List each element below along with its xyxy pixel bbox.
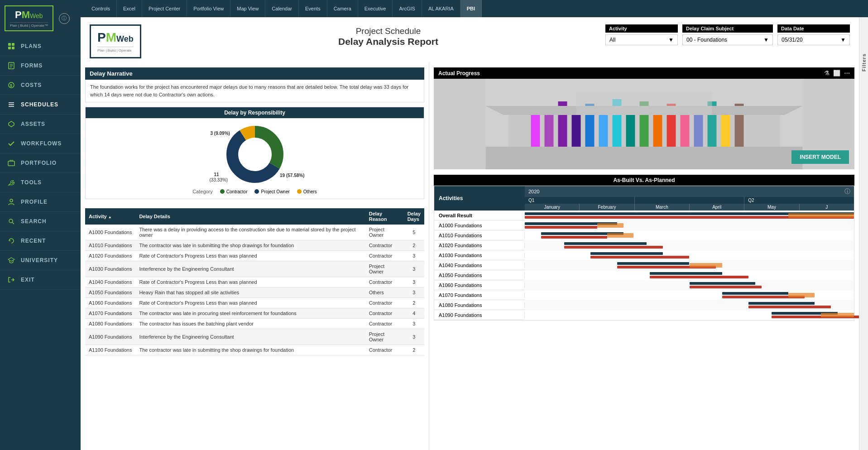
cell-days: 4 <box>404 308 424 319</box>
sidebar-item-tools[interactable]: TOOLS <box>0 173 81 192</box>
cell-details: Rate of Contractor's Progress Less than … <box>135 251 365 261</box>
topnav-arcgis[interactable]: ArcGIS <box>393 0 422 17</box>
gantt-header-row: Activities 2020 ⓘ Q1 <box>434 186 854 211</box>
cell-details: Rate of Contractor's Progress Less than … <box>135 298 365 308</box>
delay-bar <box>788 293 815 297</box>
cell-details: Heavy Rain that has stopped all site act… <box>135 287 365 298</box>
report-filters: Activity All ▼ Delay Claim Subject 00 - … <box>605 24 850 45</box>
actual-progress-section: Actual Progress ⚗ ⬜ ⋯ <box>434 67 854 169</box>
sidebar-item-university[interactable]: UNIVERSITY <box>0 251 81 270</box>
sidebar-item-search[interactable]: SEARCH <box>0 212 81 231</box>
topnav-camera[interactable]: Camera <box>327 0 358 17</box>
topnav-excel[interactable]: Excel <box>117 0 142 17</box>
filter-icon[interactable]: ⚗ <box>824 70 830 77</box>
gantt-timeline: 2020 ⓘ Q1 Q2 January <box>525 186 854 211</box>
cell-days: 5 <box>404 225 424 240</box>
table-row: A1060 Foundations Rate of Contractor's P… <box>85 298 424 308</box>
svg-rect-14 <box>8 161 14 166</box>
chevron-down-icon: ▼ <box>668 37 674 43</box>
insert-model-button[interactable]: INSERT MODEL <box>791 150 849 164</box>
delay-bar <box>821 313 854 317</box>
delay-narrative-section: Delay Narrative The foundation works for… <box>85 67 424 102</box>
right-panel: Actual Progress ⚗ ⬜ ⋯ <box>429 63 859 450</box>
actual-progress-header: Actual Progress ⚗ ⬜ ⋯ <box>434 67 854 79</box>
more-icon[interactable]: ⋯ <box>844 70 850 77</box>
sidebar-item-recent[interactable]: RECENT <box>0 231 81 251</box>
sidebar-item-exit[interactable]: EXIT <box>0 270 81 290</box>
table-row: A1000 Foundations There was a delay in p… <box>85 225 424 240</box>
cell-reason: Contractor <box>365 251 404 261</box>
gantt-row: A1010 Foundations <box>434 230 854 240</box>
expand-icon[interactable]: ⬜ <box>833 70 840 77</box>
topnav-map-view[interactable]: Map View <box>230 0 265 17</box>
cell-reason: Others <box>365 287 404 298</box>
svg-rect-28 <box>545 110 554 147</box>
sidebar-item-label: FORMS <box>21 62 43 69</box>
topnav-portfolio-view[interactable]: Portfolio View <box>187 0 230 17</box>
gantt-row-label: A1090 Foundations <box>434 312 525 318</box>
info-icon[interactable]: ⓘ <box>59 13 70 24</box>
sidebar-item-label: EXIT <box>21 277 35 283</box>
topnav-alakaria[interactable]: AL AKARIA <box>422 0 460 17</box>
planned-bar <box>590 252 663 255</box>
gantt-bar-area <box>525 240 854 250</box>
cell-details: There was a delay in providing access to… <box>135 225 365 240</box>
svg-rect-1 <box>12 43 14 46</box>
topnav-calendar[interactable]: Calendar <box>265 0 299 17</box>
topnav-executive[interactable]: Executive <box>358 0 393 17</box>
table-row: A1020 Foundations Rate of Contractor's P… <box>85 251 424 261</box>
data-date-select[interactable]: 05/31/20 ▼ <box>777 34 850 45</box>
gantt-months: January February March April May J <box>525 204 854 211</box>
cell-reason: Project Owner <box>365 261 404 277</box>
filters-side-panel: Filters <box>859 17 868 450</box>
model-3d-view: INSERT MODEL <box>434 79 854 169</box>
cell-details: The contractor has issues the batching p… <box>135 319 365 329</box>
sidebar-item-schedules[interactable]: SCHEDULES <box>0 95 81 115</box>
topnav-pbi[interactable]: PBI <box>460 0 482 17</box>
topnav-project-center[interactable]: Project Center <box>142 0 187 17</box>
cell-reason: Project Owner <box>365 225 404 240</box>
sidebar-item-profile[interactable]: PROFILE <box>0 192 81 212</box>
gantt-may: May <box>744 204 799 211</box>
sidebar-item-label: PROFILE <box>21 199 48 205</box>
sidebar-item-plans[interactable]: PLANS <box>0 37 81 56</box>
sidebar-logo: PMWeb Plan | Build | Operate™ ⓘ <box>0 0 81 37</box>
table-row: A1010 Foundations The contractor was lat… <box>85 240 424 251</box>
top-navigation: Controls Excel Project Center Portfolio … <box>81 0 868 17</box>
cell-activity: A1090 Foundations <box>85 329 135 345</box>
topnav-controls[interactable]: Controls <box>85 0 117 17</box>
table-row: A1070 Foundations The contractor was lat… <box>85 308 424 319</box>
cell-activity: A1040 Foundations <box>85 277 135 287</box>
gantt-bar-area <box>525 310 854 320</box>
sidebar-item-costs[interactable]: $ COSTS <box>0 76 81 95</box>
table-row: A1050 Foundations Heavy Rain that has st… <box>85 287 424 298</box>
sidebar-item-portfolio[interactable]: PORTFOLIO <box>0 153 81 173</box>
sidebar-item-label: PORTFOLIO <box>21 160 57 166</box>
cell-details: The contractor was late in submitting th… <box>135 345 365 355</box>
legend-category: Category <box>192 189 213 194</box>
delay-claim-select[interactable]: 00 - Foundations ▼ <box>682 34 773 45</box>
data-date-filter: Data Date 05/31/20 ▼ <box>777 24 850 45</box>
gantt-jun: J <box>800 204 854 211</box>
donut-legend: Category Contractor Project Owner <box>192 189 317 194</box>
exit-icon <box>7 276 15 284</box>
donut-label-contractor: 11 <box>214 172 219 177</box>
info-icon-gantt: ⓘ <box>844 187 850 196</box>
activity-filter-select[interactable]: All ▼ <box>605 34 678 45</box>
donut-chart: 3 (9.09%) 11 (33.33%) 19 (57.58%) <box>223 123 287 186</box>
gantt-bar-area <box>525 290 854 300</box>
svg-rect-32 <box>599 110 608 147</box>
logo-tagline: Plan | Build | Operate <box>97 47 134 53</box>
topnav-events[interactable]: Events <box>299 0 327 17</box>
sidebar-item-label: SEARCH <box>21 218 47 225</box>
delay-chart-section: Delay by Responsibility <box>85 107 424 199</box>
gantt-q2-spacer <box>635 197 745 204</box>
svg-point-15 <box>10 199 13 202</box>
activity-filter: Activity All ▼ <box>605 24 678 45</box>
sort-arrow[interactable]: ▲ <box>108 215 112 219</box>
cell-days: 3 <box>404 329 424 345</box>
sidebar-item-assets[interactable]: ASSETS <box>0 115 81 134</box>
sidebar-item-forms[interactable]: FORMS <box>0 56 81 76</box>
sidebar-item-workflows[interactable]: WORKFLOWS <box>0 134 81 153</box>
gantt-row: A1030 Foundations <box>434 250 854 260</box>
